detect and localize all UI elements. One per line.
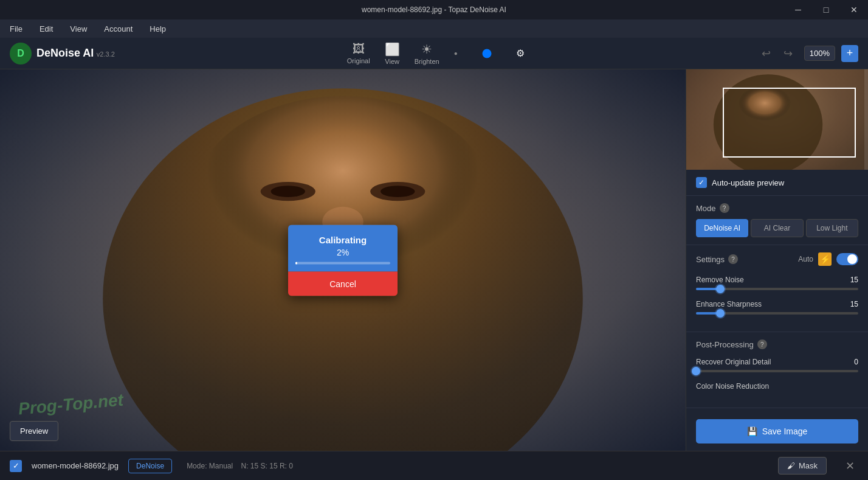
enhance-sharpness-label: Enhance Sharpness [696, 300, 762, 308]
recover-detail-track [696, 370, 858, 372]
mode-label: Mode [696, 204, 716, 213]
mode-denoise-ai[interactable]: DeNoise AI [696, 219, 748, 237]
mode-info-icon[interactable]: ? [720, 203, 729, 213]
calibrating-percent: 2% [295, 247, 390, 257]
stats-text: N: 15 S: 15 R: 0 [241, 462, 293, 470]
post-processing-info-icon[interactable]: ? [757, 339, 767, 349]
thumbnail-svg [686, 69, 868, 170]
toolbar-center: 🖼 Original ⬜ View ☀ Brighten ● ⚙ [347, 42, 525, 65]
logo-text: DeNoise AI [36, 47, 94, 59]
brightness-control: ● ⚙ [454, 47, 525, 59]
main-toolbar: D DeNoise AI v2.3.2 🖼 Original ⬜ View ☀ … [0, 38, 868, 69]
brighten-icon: ☀ [421, 42, 432, 57]
redo-button[interactable]: ↪ [779, 44, 798, 63]
brighten-label: Brighten [415, 58, 439, 65]
settings-info-icon[interactable]: ? [728, 254, 738, 264]
titlebar: women-model-88692.jpg - Topaz DeNoise AI… [0, 0, 868, 19]
enhance-sharpness-track [696, 312, 858, 315]
brightness-circle: ⚙ [516, 47, 525, 59]
original-label: Original [347, 57, 370, 64]
mode-ai-clear[interactable]: AI Clear [751, 219, 803, 237]
mask-button[interactable]: 🖌 Mask [778, 457, 827, 475]
remove-noise-label-row: Remove Noise 15 [696, 276, 858, 284]
brighten-button[interactable]: ☀ Brighten [415, 42, 439, 65]
menu-help[interactable]: Help [146, 22, 170, 36]
settings-left: Settings ? [696, 254, 738, 264]
calibrating-box: Calibrating 2% Cancel [288, 224, 398, 296]
post-processing-section: Post-Processing ? Recover Original Detai… [686, 332, 868, 408]
main-content: Prog-Top.net Calibrating 2% Cancel Previ… [0, 69, 868, 451]
denoise-badge[interactable]: DeNoise [128, 459, 172, 473]
mode-info: Mode: Manual N: 15 S: 15 R: 0 [187, 462, 293, 470]
settings-section: Settings ? Auto ⚡ Remove Noise 15 [686, 245, 868, 332]
mask-label: Mask [799, 461, 818, 470]
auto-update-label: Auto-update preview [712, 178, 784, 187]
view-label: View [385, 58, 399, 65]
maximize-button[interactable]: □ [812, 0, 840, 19]
recover-detail-thumb[interactable] [692, 367, 700, 375]
post-processing-header: Post-Processing ? [696, 339, 858, 349]
mask-icon: 🖌 [787, 461, 795, 470]
view-button[interactable]: ⬜ View [385, 42, 400, 65]
zoom-plus-button[interactable]: + [841, 45, 858, 62]
file-checkbox[interactable] [10, 460, 22, 472]
brightness-slider[interactable] [463, 52, 511, 55]
cancel-button[interactable]: Cancel [288, 271, 398, 296]
save-icon: 💾 [747, 426, 757, 436]
view-icon: ⬜ [385, 42, 400, 57]
color-noise-label-row: Color Noise Reduction [696, 382, 858, 391]
settings-right: Auto ⚡ [798, 252, 858, 266]
minimize-button[interactable]: ─ [784, 0, 812, 19]
calibrating-progress-bar [295, 262, 297, 264]
undo-redo-group: ↩ ↪ [757, 44, 798, 63]
menu-edit[interactable]: Edit [36, 22, 57, 36]
remove-noise-value: 15 [850, 276, 858, 284]
remove-noise-row: Remove Noise 15 [696, 276, 858, 290]
toolbar-right: ↩ ↪ 100% + [757, 44, 858, 63]
color-noise-row: Color Noise Reduction [696, 382, 858, 391]
calibrating-top: Calibrating 2% [288, 224, 398, 271]
canvas-area[interactable]: Prog-Top.net Calibrating 2% Cancel Previ… [0, 69, 686, 451]
save-button[interactable]: 💾 Save Image [696, 419, 858, 443]
mode-low-light[interactable]: Low Light [806, 219, 858, 237]
logo-icon: D [10, 43, 32, 64]
mode-text: Mode: Manual [187, 462, 233, 470]
enhance-sharpness-thumb[interactable] [716, 309, 725, 318]
zoom-value: 100% [804, 46, 835, 61]
bottombar-close-button[interactable]: ✕ [841, 457, 858, 475]
preview-button[interactable]: Preview [10, 421, 58, 441]
mode-section: Mode ? DeNoise AI AI Clear Low Light [686, 196, 868, 245]
thumbnail-scrollbar[interactable] [864, 69, 868, 170]
auto-update-checkbox[interactable] [696, 177, 707, 188]
right-panel: Auto-update preview Mode ? DeNoise AI AI… [686, 69, 868, 451]
close-button[interactable]: ✕ [840, 0, 868, 19]
menu-account[interactable]: Account [100, 22, 136, 36]
bottombar: women-model-88692.jpg DeNoise Mode: Manu… [0, 451, 868, 480]
lightning-button[interactable]: ⚡ [818, 252, 832, 266]
remove-noise-thumb[interactable] [716, 285, 725, 293]
menu-file[interactable]: File [6, 22, 26, 36]
window-controls: ─ □ ✕ [784, 0, 868, 19]
auto-toggle[interactable] [836, 253, 858, 265]
brightness-icon: ● [454, 50, 458, 57]
calibrating-title: Calibrating [295, 234, 390, 245]
recover-detail-label-row: Recover Original Detail 0 [696, 358, 858, 366]
thumbnail-area [686, 69, 868, 170]
auto-update-row: Auto-update preview [686, 170, 868, 196]
enhance-sharpness-row: Enhance Sharpness 15 [696, 300, 858, 315]
toggle-knob [847, 254, 857, 264]
undo-button[interactable]: ↩ [757, 44, 776, 63]
calibrating-overlay: Calibrating 2% Cancel [288, 224, 398, 296]
enhance-sharpness-label-row: Enhance Sharpness 15 [696, 300, 858, 308]
recover-detail-value: 0 [854, 358, 858, 366]
color-noise-label: Color Noise Reduction [696, 382, 769, 391]
svg-point-6 [381, 186, 415, 197]
original-button[interactable]: 🖼 Original [347, 42, 370, 64]
svg-point-5 [271, 186, 305, 197]
app-logo: D DeNoise AI v2.3.2 [10, 43, 115, 64]
menu-view[interactable]: View [66, 22, 91, 36]
remove-noise-label: Remove Noise [696, 276, 744, 284]
app-title: women-model-88692.jpg - Topaz DeNoise AI [0, 5, 868, 14]
auto-label: Auto [798, 255, 813, 263]
settings-header: Settings ? Auto ⚡ [696, 252, 858, 266]
